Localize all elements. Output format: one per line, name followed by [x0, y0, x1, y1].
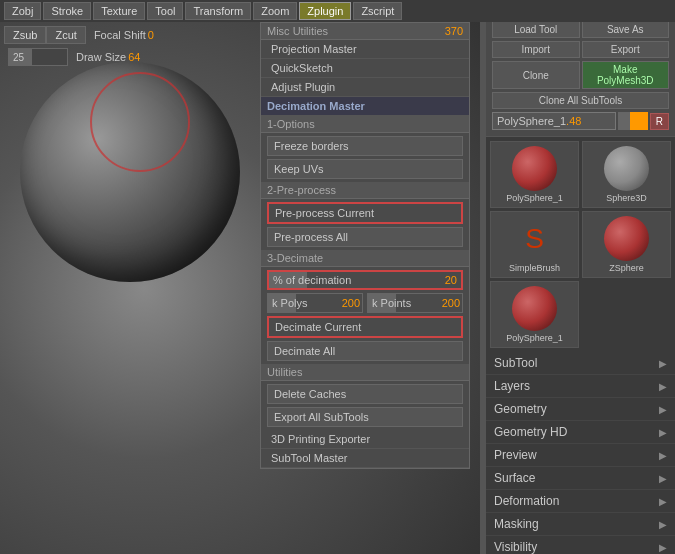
dd-projection-master[interactable]: Projection Master	[261, 40, 469, 59]
tab-zoom[interactable]: Zoom	[253, 2, 297, 20]
list-masking[interactable]: Masking ▶	[486, 513, 675, 536]
chevron-right-icon-5: ▶	[659, 450, 667, 461]
kpolys-kpoints-row: k Polys 200 k Points 200	[267, 293, 463, 313]
thumb-label-1: PolySphere_1	[506, 193, 563, 203]
right-list: SubTool ▶ Layers ▶ Geometry ▶ Geometry H…	[486, 352, 675, 554]
thumb-sphere-2	[604, 146, 649, 191]
left-controls: Zsub Zcut Focal Shift 0 25 Draw Size 64	[0, 22, 260, 68]
chevron-right-icon-3: ▶	[659, 404, 667, 415]
dd-preprocess-current[interactable]: Pre-process Current	[267, 202, 463, 224]
canvas-selection-ring	[90, 72, 190, 172]
zsub-button[interactable]: Zsub	[4, 26, 46, 44]
clone-all-subtools-button[interactable]: Clone All SubTools	[492, 92, 669, 109]
dd-options-header: 1-Options	[261, 116, 469, 133]
tool-name-row: PolySphere_1.48 R	[492, 112, 669, 130]
tool-thumbs: PolySphere_1 Sphere3D S SimpleBrush ZSph…	[486, 137, 675, 352]
save-as-button[interactable]: Save As	[582, 21, 670, 38]
list-deformation[interactable]: Deformation ▶	[486, 490, 675, 513]
draw-size-label: Draw Size	[76, 51, 126, 63]
tab-zscript[interactable]: Zscript	[353, 2, 402, 20]
density-slider[interactable]: 25	[8, 48, 68, 66]
thumb-sphere-5	[512, 286, 557, 331]
chevron-right-icon-8: ▶	[659, 519, 667, 530]
make-polymesh3d-button[interactable]: Make PolyMesh3D	[582, 61, 670, 89]
thumb-polysphere2[interactable]: PolySphere_1	[490, 281, 579, 348]
list-geometry[interactable]: Geometry ▶	[486, 398, 675, 421]
k-points-label: k Points	[372, 297, 411, 309]
dd-preprocess-header: 2-Pre-process	[261, 182, 469, 199]
r-button[interactable]: R	[650, 113, 669, 130]
focal-shift-label: Focal Shift	[94, 29, 146, 41]
chevron-right-icon-7: ▶	[659, 496, 667, 507]
k-polys-label: k Polys	[272, 297, 307, 309]
dd-utilities-header: Utilities	[261, 364, 469, 381]
chevron-right-icon: ▶	[659, 358, 667, 369]
dd-decimation-title: Decimation Master	[261, 97, 469, 116]
pct-decimation-slider[interactable]: % of decimation 20	[267, 270, 463, 290]
dd-keep-uvs[interactable]: Keep UVs	[267, 159, 463, 179]
dd-adjust-plugin[interactable]: Adjust Plugin	[261, 78, 469, 97]
thumb-sphere3d[interactable]: Sphere3D	[582, 141, 671, 208]
pct-decimation-value: 20	[445, 274, 457, 286]
clone-button[interactable]: Clone	[492, 61, 580, 89]
tab-zobj[interactable]: Zobj	[4, 2, 41, 20]
list-layers[interactable]: Layers ▶	[486, 375, 675, 398]
dd-export-all-subtools[interactable]: Export All SubTools	[267, 407, 463, 427]
thumb-simplebrush[interactable]: S SimpleBrush	[490, 211, 579, 278]
tab-transform[interactable]: Transform	[185, 2, 251, 20]
list-surface[interactable]: Surface ▶	[486, 467, 675, 490]
tool-name-field[interactable]: PolySphere_1.48	[492, 112, 616, 130]
k-polys-slider[interactable]: k Polys 200	[267, 293, 363, 313]
list-preview[interactable]: Preview ▶	[486, 444, 675, 467]
dd-decimate-header: 3-Decimate	[261, 250, 469, 267]
k-points-value: 200	[442, 297, 460, 309]
dd-3d-printing[interactable]: 3D Printing Exporter	[261, 430, 469, 449]
toolbar: Zobj Stroke Texture Tool Transform Zoom …	[0, 0, 675, 22]
right-panel: Tool 火星时代 Load Tool Save As Import Expor…	[485, 0, 675, 554]
dd-preprocess-all[interactable]: Pre-process All	[267, 227, 463, 247]
load-tool-button[interactable]: Load Tool	[492, 21, 580, 38]
import-button[interactable]: Import	[492, 41, 580, 58]
thumb-label-3: SimpleBrush	[509, 263, 560, 273]
thumb-zsphere[interactable]: ZSphere	[582, 211, 671, 278]
tab-texture[interactable]: Texture	[93, 2, 145, 20]
list-geometry-hd[interactable]: Geometry HD ▶	[486, 421, 675, 444]
zcut-button[interactable]: Zcut	[46, 26, 85, 44]
k-polys-value: 200	[342, 297, 360, 309]
density-label: 25	[13, 52, 24, 63]
tab-tool[interactable]: Tool	[147, 2, 183, 20]
thumb-sphere-1	[512, 146, 557, 191]
thumb-label-2: Sphere3D	[606, 193, 647, 203]
dd-subtool-master[interactable]: SubTool Master	[261, 449, 469, 468]
dd-freeze-borders[interactable]: Freeze borders	[267, 136, 463, 156]
list-visibility[interactable]: Visibility ▶	[486, 536, 675, 554]
tool-buttons-row4: Clone All SubTools	[492, 92, 669, 109]
draw-size-value: 64	[128, 51, 140, 63]
tool-buttons-row2: Import Export	[492, 41, 669, 58]
tool-buttons-row3: Clone Make PolyMesh3D	[492, 61, 669, 89]
thumb-polysphere1[interactable]: PolySphere_1	[490, 141, 579, 208]
list-subtool[interactable]: SubTool ▶	[486, 352, 675, 375]
dd-delete-caches[interactable]: Delete Caches	[267, 384, 463, 404]
chevron-right-icon-2: ▶	[659, 381, 667, 392]
s-icon: S	[512, 216, 557, 261]
thumb-label-5: PolySphere_1	[506, 333, 563, 343]
focal-shift-value: 0	[148, 29, 154, 41]
thumb-sphere-4	[604, 216, 649, 261]
tool-color-bar	[618, 112, 648, 130]
tab-zplugin[interactable]: Zplugin	[299, 2, 351, 20]
chevron-right-icon-4: ▶	[659, 427, 667, 438]
pct-decimation-label: % of decimation	[273, 274, 351, 286]
dd-quicksketch[interactable]: QuickSketch	[261, 59, 469, 78]
export-button[interactable]: Export	[582, 41, 670, 58]
chevron-right-icon-9: ▶	[659, 542, 667, 553]
tool-buttons-row1: Load Tool Save As	[492, 21, 669, 38]
dd-decimate-all[interactable]: Decimate All	[267, 341, 463, 361]
thumb-label-4: ZSphere	[609, 263, 644, 273]
k-points-slider[interactable]: k Points 200	[367, 293, 463, 313]
dropdown-menu: Misc Utilities 370 Projection Master Qui…	[260, 22, 470, 469]
dropdown-misc-header: Misc Utilities 370	[261, 23, 469, 40]
dd-decimate-current[interactable]: Decimate Current	[267, 316, 463, 338]
chevron-right-icon-6: ▶	[659, 473, 667, 484]
tab-stroke[interactable]: Stroke	[43, 2, 91, 20]
